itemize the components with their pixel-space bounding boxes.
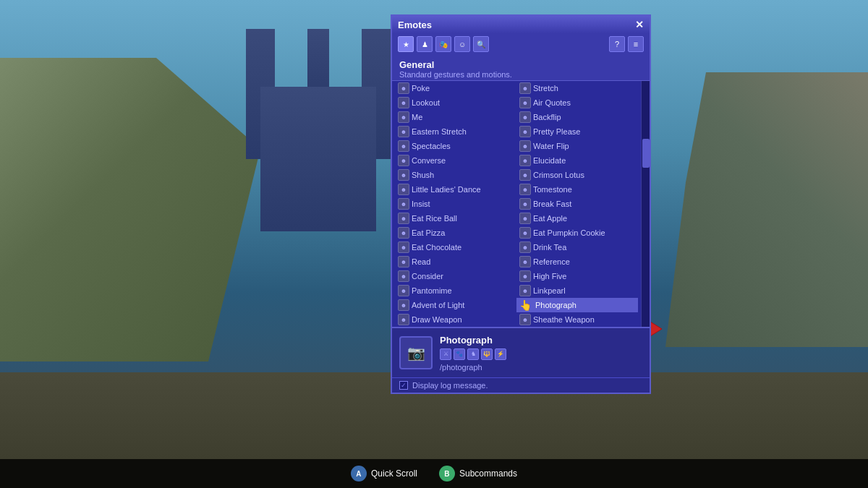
- quick-scroll-label: Quick Scroll: [371, 468, 417, 479]
- toolbar: ★ ♟ 🎭 ☺ 🔍 ? ≡: [392, 33, 650, 55]
- emote-icon: ☻: [519, 256, 531, 267]
- toolbar-icon-face[interactable]: ☺: [454, 36, 470, 52]
- detail-sub-icon-2: 🐾: [454, 348, 465, 360]
- emote-label: Eat Rice Ball: [412, 214, 457, 223]
- toolbar-icon-star[interactable]: ★: [398, 36, 414, 52]
- emote-icon: ☻: [519, 227, 531, 239]
- log-label: Display log message.: [412, 381, 488, 390]
- emote-label: Eastern Stretch: [412, 127, 467, 136]
- emote-icon: ☻: [398, 256, 409, 267]
- settings-button[interactable]: ≡: [628, 36, 644, 52]
- subcommands-btn[interactable]: B: [439, 466, 455, 481]
- emote-item-high-five[interactable]: ☻High Five: [516, 269, 638, 283]
- emote-label: Lookout: [412, 98, 440, 107]
- emote-item-eat-chocolate[interactable]: ☻Eat Chocolate: [395, 240, 516, 254]
- emote-label: Pretty Please: [533, 127, 580, 136]
- emote-item-water-flip[interactable]: ☻Water Flip: [516, 139, 638, 153]
- emote-item-eat-pizza[interactable]: ☻Eat Pizza: [395, 226, 516, 240]
- emote-item-advent-of-light[interactable]: ☻Advent of Light: [395, 298, 516, 312]
- emote-item-eat-rice-ball[interactable]: ☻Eat Rice Ball: [395, 211, 516, 226]
- emote-item-insist[interactable]: ☻Insist: [395, 197, 516, 211]
- emote-item-me[interactable]: ☻Me: [395, 110, 516, 124]
- emote-label: Sheathe Weapon: [533, 315, 595, 324]
- emote-item-draw-weapon[interactable]: ☻Draw Weapon: [395, 312, 516, 327]
- emote-icon: ☻: [398, 227, 409, 239]
- close-button[interactable]: ✕: [635, 19, 644, 30]
- toolbar-icon-search[interactable]: 🔍: [473, 36, 489, 52]
- emotes-list: ☻Poke☻Lookout☻Me☻Eastern Stretch☻Spectac…: [392, 81, 641, 327]
- emote-item-converse[interactable]: ☻Converse: [395, 153, 516, 168]
- emote-item-sheathe-weapon[interactable]: ☻Sheathe Weapon: [516, 312, 638, 327]
- checkbox-check: ✓: [401, 382, 407, 389]
- toolbar-icon-person[interactable]: ♟: [417, 36, 433, 52]
- emote-icon: ☻: [519, 270, 531, 282]
- emote-label: Elucidate: [533, 156, 566, 165]
- emote-label: Converse: [412, 156, 446, 165]
- emote-label: Eat Chocolate: [412, 243, 461, 252]
- castle: [246, 29, 391, 231]
- emote-item-shush[interactable]: ☻Shush: [395, 168, 516, 182]
- emote-item-read[interactable]: ☻Read: [395, 254, 516, 269]
- emote-icon: ☻: [519, 241, 531, 253]
- emote-item-little-ladies'-dance[interactable]: ☻Little Ladies' Dance: [395, 182, 516, 197]
- emote-icon: ☻: [398, 314, 409, 325]
- emote-label: Reference: [533, 257, 570, 266]
- emote-icon: ☻: [398, 184, 409, 195]
- quick-scroll-btn[interactable]: A: [351, 466, 367, 481]
- emote-item-drink-tea[interactable]: ☻Drink Tea: [516, 240, 638, 254]
- emotes-window: Emotes ✕ ★ ♟ 🎭 ☺ 🔍 ? ≡ General Standard …: [391, 14, 651, 394]
- emote-item-crimson-lotus[interactable]: ☻Crimson Lotus: [516, 168, 638, 182]
- scrollbar-thumb[interactable]: [642, 139, 650, 168]
- emote-icon: ☻: [519, 97, 531, 108]
- emote-icon: ☻: [519, 140, 531, 152]
- emote-label: Stretch: [533, 84, 558, 93]
- emote-icon: ☻: [519, 184, 531, 195]
- emote-label: Advent of Light: [412, 301, 464, 309]
- scrollbar[interactable]: [641, 81, 650, 327]
- window-title: Emotes: [398, 20, 432, 30]
- category-header: General Standard gestures and motions.: [392, 55, 650, 81]
- emote-label: Backflip: [533, 113, 561, 121]
- emote-icon: ☻: [398, 299, 409, 311]
- emote-icon: ☻: [519, 213, 531, 224]
- detail-sub-icon-3: ♞: [467, 348, 479, 360]
- emote-item-stretch[interactable]: ☻Stretch: [516, 81, 638, 95]
- toolbar-icon-emote[interactable]: 🎭: [435, 36, 451, 52]
- emote-item-tomestone[interactable]: ☻Tomestone: [516, 182, 638, 197]
- emote-icon: ☻: [519, 198, 531, 210]
- emote-item-reference[interactable]: ☻Reference: [516, 254, 638, 269]
- emote-icon: ☻: [519, 82, 531, 94]
- help-button[interactable]: ?: [609, 36, 625, 52]
- emote-item-eat-apple[interactable]: ☻Eat Apple: [516, 211, 638, 226]
- emote-icon: ☻: [519, 126, 531, 137]
- emote-item-eastern-stretch[interactable]: ☻Eastern Stretch: [395, 124, 516, 139]
- emote-icon: ☻: [398, 270, 409, 282]
- emote-icon: ☻: [398, 140, 409, 152]
- emote-item-break-fast[interactable]: ☻Break Fast: [516, 197, 638, 211]
- emote-item-consider[interactable]: ☻Consider: [395, 269, 516, 283]
- emote-item-linkpearl[interactable]: ☻Linkpearl: [516, 283, 638, 298]
- emote-item-backflip[interactable]: ☻Backflip: [516, 110, 638, 124]
- castle-body: [260, 87, 376, 231]
- emote-icon: ☻: [519, 169, 531, 181]
- detail-sub-icon-4: 🔱: [481, 348, 493, 360]
- emote-icon: ☻: [398, 126, 409, 137]
- emote-item-eat-pumpkin-cookie[interactable]: ☻Eat Pumpkin Cookie: [516, 226, 638, 240]
- bottom-bar-item-quickscroll: A Quick Scroll: [351, 466, 417, 481]
- emote-item-photograph[interactable]: 👆Photograph: [516, 298, 638, 312]
- emote-item-spectacles[interactable]: ☻Spectacles: [395, 139, 516, 153]
- emote-label: Linkpearl: [533, 286, 566, 295]
- emote-label: High Five: [533, 272, 566, 281]
- detail-sub-icon-1: ⚔: [440, 348, 451, 360]
- log-checkbox[interactable]: ✓: [399, 381, 408, 390]
- emote-item-lookout[interactable]: ☻Lookout: [395, 95, 516, 110]
- emote-icon: ☻: [398, 155, 409, 166]
- emote-item-elucidate[interactable]: ☻Elucidate: [516, 153, 638, 168]
- detail-panel: 📷 Photograph ⚔ 🐾 ♞ 🔱 ⚡ /photograph: [392, 327, 650, 377]
- emote-label: Shush: [412, 171, 434, 179]
- emote-item-poke[interactable]: ☻Poke: [395, 81, 516, 95]
- emote-item-pantomime[interactable]: ☻Pantomime: [395, 283, 516, 298]
- emote-item-pretty-please[interactable]: ☻Pretty Please: [516, 124, 638, 139]
- emote-icon: ☻: [398, 198, 409, 210]
- emote-item-air-quotes[interactable]: ☻Air Quotes: [516, 95, 638, 110]
